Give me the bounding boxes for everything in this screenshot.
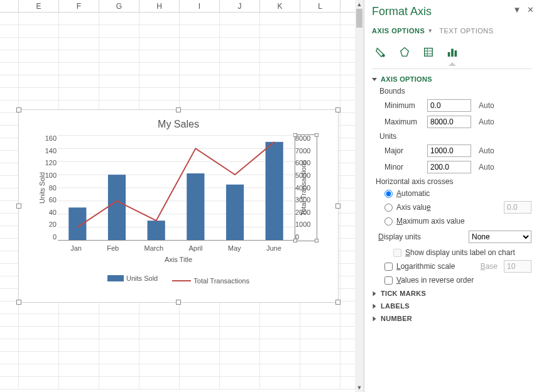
chart-object[interactable]: My Sales Units Sold Total Transactions 1…	[18, 109, 339, 303]
section-labels[interactable]: LABELS	[372, 302, 531, 310]
minor-input[interactable]	[427, 161, 471, 173]
hcross-max-radio[interactable]	[384, 217, 393, 226]
x-axis-title[interactable]: Axis Title	[19, 256, 338, 263]
reverse-order-label: Values in reverse order	[396, 276, 474, 285]
col[interactable]: G	[99, 0, 139, 12]
scroll-up-icon[interactable]: ▲	[355, 0, 364, 9]
hcross-max-label: Maximum axis value	[396, 217, 465, 226]
legend-swatch-line	[172, 280, 191, 281]
fill-line-icon[interactable]	[373, 45, 388, 60]
major-input[interactable]	[427, 144, 471, 157]
svg-rect-24	[455, 50, 457, 57]
format-axis-pane: ▼ ✕ Format Axis AXIS OPTIONS ▼ TEXT OPTI…	[364, 0, 539, 392]
effects-icon[interactable]	[397, 45, 412, 60]
svg-point-16	[382, 54, 385, 57]
vertical-scrollbar[interactable]: ▲ ▼	[355, 0, 364, 392]
log-scale-label: Logarithmic scale	[396, 262, 455, 271]
hcross-axisvalue-input	[504, 201, 531, 214]
spreadsheet-grid[interactable]: E F G H I J K L ▲ ▼ My Sales Units Sold …	[0, 0, 364, 392]
col[interactable]: J	[220, 0, 260, 12]
show-units-label-checkbox	[393, 249, 401, 257]
legend-label: Units Sold	[126, 275, 158, 282]
task-pane-options-icon[interactable]: ▼	[513, 5, 521, 14]
section-tick-marks[interactable]: TICK MARKS	[372, 290, 531, 297]
plot-area[interactable]: Units Sold Total Transactions 1601401201…	[58, 135, 294, 241]
hcross-heading: Horizontal axis crosses	[376, 177, 531, 186]
hcross-automatic-label: Automatic	[396, 189, 430, 198]
svg-rect-13	[226, 185, 244, 241]
col[interactable]: E	[19, 0, 59, 12]
resize-handle[interactable]	[335, 300, 340, 305]
auto-minor[interactable]: Auto	[479, 163, 494, 172]
col[interactable]	[0, 0, 19, 12]
svg-rect-10	[108, 175, 126, 240]
section-axis-options[interactable]: AXIS OPTIONS	[372, 75, 531, 83]
resize-handle[interactable]	[335, 107, 340, 112]
pane-tabs: AXIS OPTIONS ▼ TEXT OPTIONS	[372, 24, 531, 37]
column-headers: E F G H I J K L	[0, 0, 364, 13]
hcross-automatic-radio[interactable]	[384, 190, 393, 198]
left-axis-ticks[interactable]: 160140120100806040200	[39, 135, 57, 241]
axis-options-icon[interactable]	[445, 45, 460, 60]
right-axis-ticks[interactable]: 800070006000500040003000200010000	[295, 135, 317, 241]
minimum-input[interactable]	[427, 99, 471, 112]
category-icons	[372, 45, 531, 60]
axis-options-dropdown-icon[interactable]: ▼	[427, 28, 433, 34]
col[interactable]: L	[300, 0, 340, 12]
resize-handle[interactable]	[176, 300, 181, 305]
auto-major[interactable]: Auto	[479, 146, 494, 155]
section-number[interactable]: NUMBER	[372, 315, 531, 322]
auto-maximum[interactable]: Auto	[479, 117, 494, 126]
show-units-label-text: Show display units label on chart	[405, 248, 515, 257]
auto-minimum[interactable]: Auto	[479, 101, 494, 110]
col[interactable]: I	[180, 0, 220, 12]
maximum-input[interactable]	[427, 116, 471, 128]
reverse-order-checkbox[interactable]	[384, 276, 393, 285]
pane-title: Format Axis	[372, 5, 531, 18]
svg-rect-23	[451, 49, 454, 57]
display-units-select[interactable]: None	[469, 231, 531, 243]
svg-rect-22	[448, 52, 450, 57]
resize-handle[interactable]	[16, 300, 21, 305]
resize-handle[interactable]	[176, 107, 181, 112]
display-units-label: Display units	[378, 232, 421, 241]
major-label: Major	[378, 146, 422, 155]
tab-axis-options[interactable]: AXIS OPTIONS	[372, 24, 428, 37]
hcross-axisvalue-label: Axis value	[396, 203, 431, 212]
resize-handle[interactable]	[16, 204, 21, 209]
x-axis-ticks[interactable]: JanFebMarchAprilMayJune	[58, 244, 294, 252]
col[interactable]: H	[139, 0, 180, 12]
base-input	[504, 260, 531, 273]
minor-label: Minor	[378, 163, 422, 172]
legend-swatch-bar	[107, 275, 124, 281]
svg-rect-11	[148, 220, 165, 240]
hcross-axisvalue-radio[interactable]	[384, 204, 393, 212]
close-icon[interactable]: ✕	[527, 5, 534, 14]
chart-title[interactable]: My Sales	[19, 110, 338, 135]
svg-rect-12	[187, 173, 204, 241]
chart-legend[interactable]: Units Sold Total Transactions	[19, 275, 338, 285]
base-label: Base	[481, 262, 498, 271]
size-properties-icon[interactable]	[421, 45, 436, 60]
svg-marker-17	[401, 48, 409, 57]
log-scale-checkbox[interactable]	[384, 263, 393, 271]
col[interactable]: K	[260, 0, 300, 12]
bounds-heading: Bounds	[379, 87, 531, 95]
svg-rect-9	[68, 207, 86, 240]
minimum-label: Minimum	[378, 101, 422, 110]
maximum-label: Maximum	[378, 117, 422, 126]
svg-rect-18	[425, 48, 433, 57]
resize-handle[interactable]	[335, 204, 340, 209]
col[interactable]: F	[59, 0, 99, 12]
tab-text-options[interactable]: TEXT OPTIONS	[439, 24, 497, 37]
scroll-down-icon[interactable]: ▼	[355, 383, 364, 392]
legend-label: Total Transactions	[193, 277, 249, 285]
svg-rect-14	[266, 142, 283, 241]
units-heading: Units	[379, 132, 531, 141]
chart-plot	[58, 135, 294, 241]
resize-handle[interactable]	[16, 107, 21, 112]
scroll-thumb[interactable]	[356, 9, 362, 28]
